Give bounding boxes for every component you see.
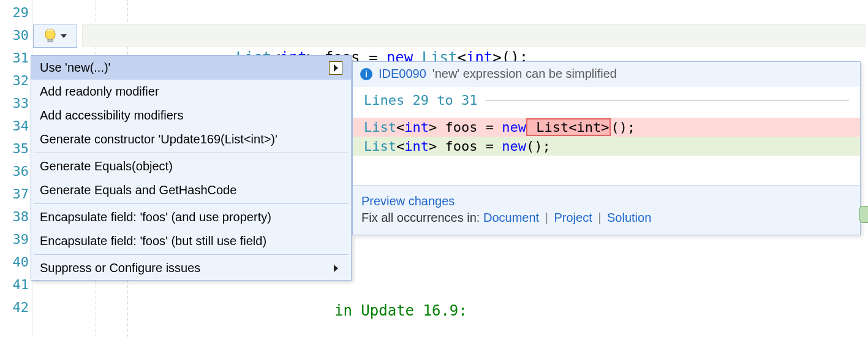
code-comment: in Update 16.9: (334, 302, 467, 319)
menu-item-label: Generate Equals(object) (40, 159, 173, 173)
menu-item-label: Encapsulate field: 'foos' (and use prope… (40, 210, 271, 224)
menu-item[interactable]: Encapsulate field: 'foos' (and use prope… (31, 205, 351, 229)
fix-scope-solution[interactable]: Solution (607, 211, 651, 224)
line-number: 29 (0, 1, 32, 24)
menu-separator (34, 203, 349, 204)
preview-changes-link[interactable]: Preview changes (361, 194, 455, 208)
menu-item[interactable]: Add readonly modifier (31, 80, 351, 104)
menu-separator (34, 153, 349, 153)
menu-item[interactable]: Suppress or Configure issues (31, 256, 351, 280)
quick-actions-menu: Use 'new(...)'Add readonly modifierAdd a… (31, 55, 352, 281)
line-number: 40 (0, 251, 32, 273)
menu-separator (34, 254, 349, 255)
fix-scope-project[interactable]: Project (554, 211, 592, 224)
menu-item[interactable]: Use 'new(...)' (31, 56, 351, 80)
lightbulb-button[interactable] (33, 25, 77, 48)
menu-item[interactable]: Generate Equals and GetHashCode (31, 178, 351, 202)
submenu-arrow-icon (329, 61, 342, 75)
line-number: 38 (0, 205, 32, 228)
submenu-arrow-icon (329, 262, 342, 275)
line-number: 33 (0, 92, 32, 115)
menu-item[interactable]: Generate constructor 'Update169(List<int… (31, 127, 351, 151)
info-icon: i (360, 68, 372, 80)
menu-item-label: Generate constructor 'Update169(List<int… (40, 132, 277, 146)
line-number: 37 (0, 183, 32, 205)
diff-added-line: List<int> foos = new(); (353, 137, 860, 156)
svg-rect-1 (48, 39, 53, 42)
line-number: 39 (0, 228, 32, 251)
lines-range-label: Lines 29 to 31 (353, 90, 860, 109)
line-number: 42 (0, 296, 32, 319)
menu-item-label: Add accessibility modifiers (40, 108, 184, 123)
line-number: 36 (0, 160, 32, 183)
menu-item[interactable]: Generate Equals(object) (31, 154, 351, 178)
lightbulb-icon (43, 28, 57, 44)
menu-item[interactable]: Encapsulate field: 'foos' (but still use… (31, 229, 351, 253)
diagnostic-message: 'new' expression can be simplified (432, 67, 617, 81)
preview-body: Lines 29 to 31 List<int> foos = new List… (353, 86, 860, 185)
fix-all-label: Fix all occurrences in: (361, 211, 480, 224)
horizontal-rule (486, 100, 849, 100)
svg-point-0 (45, 29, 55, 40)
menu-item-label: Suppress or Configure issues (40, 261, 200, 275)
menu-item[interactable]: Add accessibility modifiers (31, 104, 351, 127)
margin-hint-marker[interactable] (859, 206, 868, 223)
fix-preview-panel: i IDE0090 'new' expression can be simpli… (352, 61, 861, 235)
line-number: 41 (0, 273, 32, 296)
line-number: 30 (0, 24, 32, 47)
diagnostic-code: IDE0090 (379, 67, 426, 81)
fix-scope-document[interactable]: Document (483, 211, 539, 224)
preview-footer: Preview changes Fix all occurrences in: … (353, 185, 860, 235)
menu-item-label: Use 'new(...)' (40, 61, 110, 75)
menu-item-label: Encapsulate field: 'foos' (but still use… (40, 234, 266, 248)
line-number-gutter: 2930313233343536373839404142 (0, 0, 33, 337)
preview-header: i IDE0090 'new' expression can be simpli… (353, 62, 860, 86)
menu-item-label: Generate Equals and GetHashCode (40, 183, 236, 197)
line-number: 32 (0, 69, 32, 92)
chevron-down-icon (61, 34, 67, 38)
menu-item-label: Add readonly modifier (40, 85, 159, 99)
line-number: 35 (0, 137, 32, 160)
removed-span: List<int> (526, 118, 611, 136)
line-number: 34 (0, 115, 32, 137)
line-number: 31 (0, 47, 32, 69)
diff-removed-line: List<int> foos = new List<int>(); (353, 118, 860, 137)
